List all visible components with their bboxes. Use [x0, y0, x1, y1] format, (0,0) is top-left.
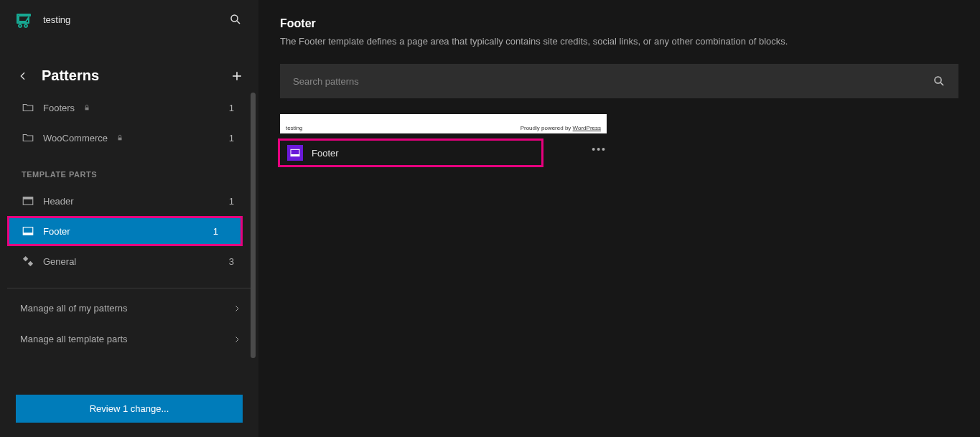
pattern-card: testing Proudly powered by WordPress Foo…	[280, 114, 607, 165]
category-label: WooCommerce	[43, 133, 108, 144]
svg-rect-9	[23, 232, 33, 235]
template-part-label: Header	[43, 196, 74, 207]
category-label: Footers	[43, 103, 75, 113]
pattern-card-title[interactable]: Footer	[280, 141, 541, 165]
template-part-footer[interactable]: Footer 1	[7, 216, 243, 246]
svg-point-0	[231, 15, 238, 22]
manage-label: Manage all template parts	[20, 334, 128, 344]
back-icon[interactable]	[17, 70, 29, 82]
svg-rect-5	[118, 138, 122, 141]
manage-label: Manage all of my patterns	[20, 303, 128, 314]
sidebar-top-bar: testing	[0, 0, 258, 39]
page-title: Footer	[280, 17, 958, 30]
svg-point-12	[935, 77, 941, 83]
preview-credit: Proudly powered by WordPress	[521, 125, 601, 131]
lock-icon	[116, 134, 123, 141]
template-part-general[interactable]: General 3	[0, 246, 258, 276]
patterns-header: Patterns	[0, 39, 258, 93]
chevron-right-icon	[233, 304, 241, 313]
patterns-title: Patterns	[42, 67, 99, 84]
search-input[interactable]	[293, 76, 933, 87]
count: 3	[229, 256, 244, 267]
template-part-header[interactable]: Header 1	[0, 186, 258, 216]
svg-rect-15	[291, 154, 299, 156]
count: 1	[229, 196, 244, 207]
sidebar: testing Patterns Footers	[0, 0, 258, 437]
lock-icon	[83, 104, 90, 111]
add-pattern-icon[interactable]	[230, 69, 244, 83]
more-actions-icon[interactable]: •••	[592, 144, 607, 155]
sidebar-scroll: Footers 1 WooCommerce 1 TEMPLATE PARTS	[0, 93, 258, 383]
svg-rect-7	[23, 197, 33, 199]
main-content: Footer The Footer template defines a pag…	[258, 0, 980, 437]
folder-icon	[22, 101, 34, 114]
search-icon[interactable]	[227, 11, 244, 28]
logo-title-group: testing	[14, 10, 70, 29]
count: 1	[213, 226, 228, 237]
svg-line-1	[237, 21, 240, 24]
pattern-preview[interactable]: testing Proudly powered by WordPress	[280, 114, 607, 133]
svg-rect-10	[23, 256, 28, 261]
site-title: testing	[43, 14, 70, 25]
template-parts-label: TEMPLATE PARTS	[0, 153, 258, 186]
woocommerce-logo-icon[interactable]	[14, 10, 33, 29]
svg-rect-11	[28, 261, 33, 266]
page-description: The Footer template defines a page area …	[280, 36, 958, 47]
card-title-label: Footer	[312, 148, 339, 159]
svg-rect-4	[85, 108, 89, 111]
header-icon	[22, 194, 34, 207]
search-icon[interactable]	[933, 75, 946, 88]
count: 1	[229, 103, 244, 113]
category-woocommerce[interactable]: WooCommerce 1	[0, 123, 258, 153]
svg-line-13	[941, 83, 943, 85]
scrollbar[interactable]	[251, 93, 256, 358]
divider	[7, 288, 251, 288]
folder-icon	[22, 131, 34, 144]
pattern-icon	[22, 255, 34, 268]
manage-template-parts[interactable]: Manage all template parts	[0, 324, 258, 354]
template-part-label: Footer	[43, 226, 70, 237]
chevron-right-icon	[233, 335, 241, 344]
preview-site-title: testing	[286, 125, 303, 131]
category-footers[interactable]: Footers 1	[0, 93, 258, 123]
manage-my-patterns[interactable]: Manage all of my patterns	[0, 293, 258, 324]
review-changes-button[interactable]: Review 1 change...	[16, 395, 243, 423]
footer-icon	[22, 225, 34, 238]
search-patterns[interactable]	[280, 64, 958, 98]
template-part-label: General	[43, 256, 76, 267]
count: 1	[229, 133, 244, 144]
footer-icon	[287, 145, 303, 161]
